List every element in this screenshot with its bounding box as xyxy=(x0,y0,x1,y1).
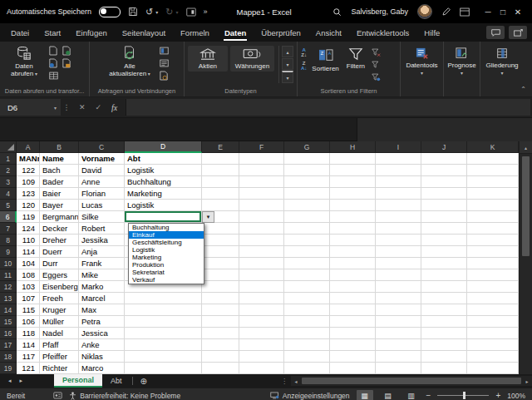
column-header-A[interactable]: A xyxy=(17,141,40,153)
cell-F2[interactable] xyxy=(239,165,284,176)
sort-button[interactable]: ZA Sortieren xyxy=(309,47,341,74)
cell-I12[interactable] xyxy=(376,281,421,293)
cell-F15[interactable] xyxy=(239,316,284,328)
cell-C18[interactable]: Niklas xyxy=(79,351,125,363)
column-header-C[interactable]: C xyxy=(79,141,125,153)
column-header-H[interactable]: H xyxy=(330,141,376,153)
cell-F4[interactable] xyxy=(239,188,284,200)
cell-I10[interactable] xyxy=(376,258,421,269)
zoom-out-button[interactable]: − xyxy=(426,391,431,400)
cell-I15[interactable] xyxy=(376,316,421,328)
cell-E13[interactable] xyxy=(202,293,239,304)
formula-input[interactable] xyxy=(126,99,530,116)
currencies-button[interactable]: Währungen xyxy=(230,46,274,72)
autosave-toggle[interactable] xyxy=(99,7,121,17)
cell-I5[interactable] xyxy=(376,200,421,211)
cell-J4[interactable] xyxy=(421,188,467,200)
cell-I1[interactable] xyxy=(376,153,421,165)
pen-mode-icon[interactable] xyxy=(441,7,451,17)
cell-H4[interactable] xyxy=(330,188,376,200)
cell-I8[interactable] xyxy=(376,235,421,246)
horizontal-scrollbar[interactable]: ◂ ▸ xyxy=(291,376,532,386)
cell-K14[interactable] xyxy=(467,304,519,316)
scroll-up-icon[interactable]: ▴ xyxy=(520,141,532,154)
cell-C4[interactable]: Florian xyxy=(79,188,125,200)
cell-F17[interactable] xyxy=(239,339,284,351)
cell-A5[interactable]: 120 xyxy=(17,200,40,211)
cell-H8[interactable] xyxy=(330,235,376,246)
cell-E17[interactable] xyxy=(202,339,239,351)
cell-A16[interactable]: 118 xyxy=(17,328,40,339)
cell-F3[interactable] xyxy=(239,176,284,188)
cell-I14[interactable] xyxy=(376,304,421,316)
cell-J14[interactable] xyxy=(421,304,467,316)
cell-G2[interactable] xyxy=(284,165,330,176)
cell-B15[interactable]: Müller xyxy=(40,316,79,328)
cell-F13[interactable] xyxy=(239,293,284,304)
cell-I4[interactable] xyxy=(376,188,421,200)
enter-icon[interactable]: ✓ xyxy=(96,103,102,111)
row-header-14[interactable]: 14 xyxy=(0,304,17,316)
gallery-down-icon[interactable]: ▾ xyxy=(282,58,293,70)
cell-J7[interactable] xyxy=(421,223,467,235)
cell-A10[interactable]: 104 xyxy=(17,258,40,269)
existing-connections-icon[interactable] xyxy=(61,57,72,68)
cell-C11[interactable]: Mike xyxy=(79,269,125,281)
cell-B6[interactable]: Bergmann xyxy=(40,211,79,223)
undo-caret-icon[interactable]: ▾ xyxy=(155,9,158,15)
cell-E9[interactable] xyxy=(202,246,239,258)
cell-I11[interactable] xyxy=(376,269,421,281)
cell-C8[interactable]: Jessika xyxy=(79,235,125,246)
cell-E11[interactable] xyxy=(202,269,239,281)
column-header-F[interactable]: F xyxy=(239,141,284,153)
cell-K6[interactable] xyxy=(467,211,519,223)
row-header-1[interactable]: 1 xyxy=(0,153,17,165)
cell-G11[interactable] xyxy=(284,269,330,281)
cell-D4[interactable]: Marketing xyxy=(125,188,202,200)
sheet-nav-left-icon[interactable]: ◂ xyxy=(8,378,12,384)
cell-D13[interactable] xyxy=(125,293,202,304)
cell-D2[interactable]: Logistik xyxy=(125,165,202,176)
zoom-in-button[interactable]: + xyxy=(495,391,500,400)
cell-H10[interactable] xyxy=(330,258,376,269)
cell-E14[interactable] xyxy=(202,304,239,316)
cell-F11[interactable] xyxy=(239,269,284,281)
cell-K8[interactable] xyxy=(467,235,519,246)
row-header-13[interactable]: 13 xyxy=(0,293,17,304)
cell-F12[interactable] xyxy=(239,281,284,293)
column-header-B[interactable]: B xyxy=(40,141,79,153)
cell-K4[interactable] xyxy=(467,188,519,200)
column-header-E[interactable]: E xyxy=(202,141,239,153)
column-header-G[interactable]: G xyxy=(284,141,330,153)
ribbon-tab-entwicklertools[interactable]: Entwicklertools xyxy=(349,23,416,42)
cell-A13[interactable]: 107 xyxy=(17,293,40,304)
ribbon-tab-formeln[interactable]: Formeln xyxy=(173,23,217,42)
avatar[interactable] xyxy=(417,4,432,19)
clear-filter-icon[interactable] xyxy=(370,47,382,57)
macro-record-icon[interactable] xyxy=(53,392,62,399)
gallery-more-icon[interactable]: ▾ xyxy=(282,71,293,83)
cell-B18[interactable]: Pfeiffer xyxy=(40,351,79,363)
cell-J17[interactable] xyxy=(421,339,467,351)
dropdown-item-logistik[interactable]: Logistik xyxy=(129,246,204,254)
cell-E4[interactable] xyxy=(202,188,239,200)
cell-H2[interactable] xyxy=(330,165,376,176)
cell-K9[interactable] xyxy=(467,246,519,258)
cell-H7[interactable] xyxy=(330,223,376,235)
row-header-15[interactable]: 15 xyxy=(0,316,17,328)
cell-H16[interactable] xyxy=(330,328,376,339)
add-sheet-button[interactable]: ⊕ xyxy=(135,374,153,388)
cell-B14[interactable]: Kruger xyxy=(40,304,79,316)
from-text-csv-icon[interactable] xyxy=(47,45,59,56)
touch-mouse-mode-icon[interactable] xyxy=(186,7,196,17)
cell-G9[interactable] xyxy=(284,246,330,258)
cell-K11[interactable] xyxy=(467,269,519,281)
cell-A11[interactable]: 108 xyxy=(17,269,40,281)
ribbon-tab-hilfe[interactable]: Hilfe xyxy=(416,23,447,42)
cell-G5[interactable] xyxy=(284,200,330,211)
row-header-2[interactable]: 2 xyxy=(0,165,17,176)
cell-C9[interactable]: Anja xyxy=(79,246,125,258)
cell-B16[interactable]: Nadel xyxy=(40,328,79,339)
cell-D5[interactable]: Logistik xyxy=(125,200,202,211)
qat-more-icon[interactable]: » xyxy=(204,7,208,16)
